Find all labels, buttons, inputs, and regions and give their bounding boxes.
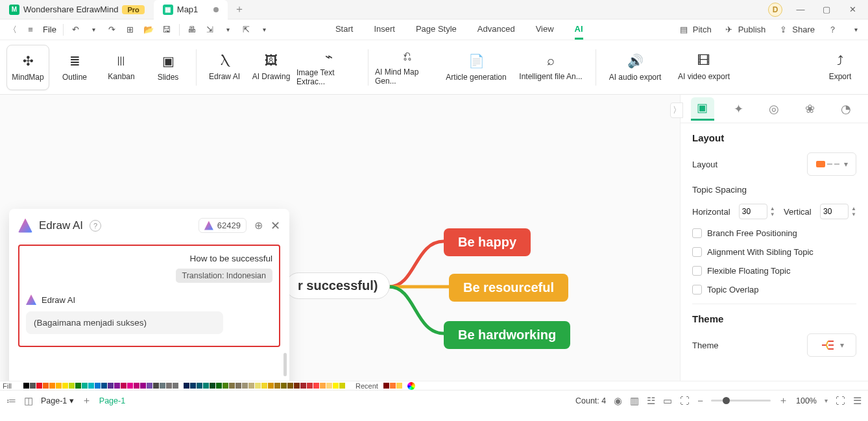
color-swatch[interactable]: [56, 383, 62, 389]
help-icon[interactable]: ？: [826, 24, 838, 36]
horizontal-spinner[interactable]: ▲▼: [739, 204, 775, 219]
color-swatch[interactable]: [223, 383, 228, 389]
kanban-view-button[interactable]: ⫼Kanban: [100, 45, 143, 90]
layers-icon[interactable]: ☳: [647, 395, 655, 407]
color-swatch[interactable]: [339, 383, 345, 389]
share-button[interactable]: ⇪Share: [777, 24, 815, 36]
color-swatch[interactable]: [147, 383, 152, 389]
minimize-button[interactable]: —: [789, 0, 812, 19]
list-view-icon[interactable]: ☰: [853, 395, 862, 407]
pitch-button[interactable]: ▤Pitch: [678, 24, 712, 36]
color-swatch[interactable]: [127, 383, 133, 389]
color-swatch[interactable]: [300, 383, 306, 389]
globe-icon[interactable]: ◉: [614, 395, 622, 407]
page-selector[interactable]: Page-1 ▾: [41, 396, 74, 405]
outline-toggle-icon[interactable]: ≔: [6, 395, 16, 407]
vertical-spinner[interactable]: ▲▼: [820, 204, 856, 219]
page-fit-icon[interactable]: ▭: [663, 395, 672, 407]
color-swatch[interactable]: [153, 383, 159, 389]
color-swatch[interactable]: [23, 383, 29, 389]
zoom-out-icon[interactable]: −: [697, 395, 703, 406]
zoom-slider[interactable]: [711, 400, 771, 402]
color-swatch[interactable]: [134, 383, 139, 389]
tab-advanced[interactable]: Advanced: [477, 20, 515, 40]
color-swatch[interactable]: [190, 383, 196, 389]
recent-swatches[interactable]: [383, 383, 402, 389]
topic-overlap-checkbox[interactable]: Topic Overlap: [692, 285, 856, 295]
color-wheel-icon[interactable]: [407, 382, 415, 390]
collapse-panel-button[interactable]: 〉: [670, 102, 683, 118]
color-swatch[interactable]: [274, 383, 280, 389]
color-swatch[interactable]: [184, 383, 189, 389]
vertical-input[interactable]: [820, 204, 849, 219]
color-swatch[interactable]: [248, 383, 254, 389]
color-swatch[interactable]: [36, 383, 42, 389]
color-swatch[interactable]: [235, 383, 241, 389]
zoom-knob[interactable]: [723, 397, 730, 404]
menu-icon[interactable]: ≡: [25, 24, 36, 36]
undo-icon[interactable]: ↶: [70, 24, 82, 36]
slides-view-button[interactable]: ▣Slides: [147, 45, 189, 90]
color-palette-2[interactable]: [184, 383, 345, 389]
markers-tab[interactable]: ◎: [762, 97, 786, 121]
panel-scrollbar-thumb[interactable]: [283, 353, 287, 376]
color-swatch[interactable]: [268, 383, 274, 389]
outline-view-button[interactable]: ≣Outline: [53, 45, 96, 90]
color-swatch[interactable]: [43, 383, 49, 389]
ai-drawing-button[interactable]: 🖼AI Drawing: [250, 45, 293, 90]
color-swatch[interactable]: [160, 383, 165, 389]
image-text-extract-button[interactable]: ⌁Image Text Extrac...: [296, 45, 361, 90]
export-quick-icon[interactable]: ⇲: [204, 24, 216, 36]
color-swatch[interactable]: [49, 383, 55, 389]
color-swatch[interactable]: [294, 383, 300, 389]
add-tokens-button[interactable]: ⊕: [254, 219, 263, 232]
document-tab[interactable]: ▦ Map1: [154, 0, 228, 19]
history-tab[interactable]: ◔: [834, 97, 858, 121]
color-swatch[interactable]: [261, 383, 267, 389]
color-swatch[interactable]: [229, 383, 235, 389]
flexible-floating-checkbox[interactable]: Flexible Floating Topic: [692, 266, 856, 276]
color-swatch[interactable]: [101, 383, 107, 389]
color-swatch[interactable]: [173, 383, 178, 389]
layout-tab[interactable]: ▣: [691, 97, 714, 121]
color-swatch[interactable]: [255, 383, 261, 389]
color-swatch[interactable]: [383, 383, 389, 389]
color-swatch[interactable]: [326, 383, 332, 389]
cliparts-tab[interactable]: ❀: [799, 97, 822, 121]
export-caret-icon[interactable]: ▾: [223, 24, 234, 36]
color-swatch[interactable]: [313, 383, 319, 389]
horizontal-input[interactable]: [739, 204, 767, 219]
color-swatch[interactable]: [333, 383, 339, 389]
branch-free-checkbox[interactable]: Branch Free Positioning: [692, 228, 856, 238]
color-swatch[interactable]: [166, 383, 172, 389]
save-icon[interactable]: 🖫: [161, 24, 173, 36]
user-avatar[interactable]: D: [768, 3, 782, 17]
article-gen-button[interactable]: 📄Article generation: [444, 45, 509, 90]
help-caret-icon[interactable]: ▾: [850, 24, 862, 36]
print-icon[interactable]: 🖶: [186, 24, 198, 36]
tab-unsaved-dot[interactable]: [213, 7, 219, 12]
tab-ai[interactable]: AI: [575, 20, 583, 40]
color-swatch[interactable]: [121, 383, 127, 389]
file-menu[interactable]: File: [43, 25, 56, 34]
tab-view[interactable]: View: [536, 20, 554, 40]
color-swatch[interactable]: [82, 383, 88, 389]
child-topic-1[interactable]: Be happy: [444, 228, 531, 256]
color-swatch[interactable]: [216, 383, 222, 389]
fit-window-icon[interactable]: ⛶: [680, 395, 690, 406]
fullscreen-icon[interactable]: ⛶: [836, 395, 845, 406]
grid-icon[interactable]: ▥: [630, 395, 639, 407]
add-page-button[interactable]: ＋: [82, 394, 91, 407]
color-swatch[interactable]: [30, 383, 36, 389]
split-view-icon[interactable]: ◫: [24, 395, 33, 407]
color-swatch[interactable]: [287, 383, 293, 389]
color-swatch[interactable]: [242, 383, 248, 389]
child-topic-3[interactable]: Be hardworking: [444, 321, 570, 349]
color-swatch[interactable]: [396, 383, 402, 389]
color-swatch[interactable]: [320, 383, 326, 389]
close-window-button[interactable]: ✕: [841, 0, 864, 19]
ai-help-icon[interactable]: ?: [90, 220, 101, 232]
color-swatch[interactable]: [95, 383, 101, 389]
ai-audio-button[interactable]: 🔊AI audio export: [603, 45, 668, 90]
color-swatch[interactable]: [281, 383, 287, 389]
